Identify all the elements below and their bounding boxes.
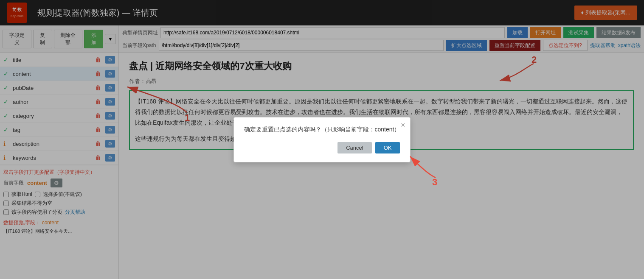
confirm-dialog: × 确定要重置已点选的内容吗？（只影响当前字段：content） Cancel …: [233, 117, 411, 162]
dialog-buttons: Cancel OK: [244, 142, 400, 153]
dialog-cancel-button[interactable]: Cancel: [337, 142, 371, 153]
annotation-3: 3: [402, 152, 444, 187]
dialog-message: 确定要重置已点选的内容吗？（只影响当前字段：content）: [244, 126, 400, 134]
dialog-ok-button[interactable]: OK: [375, 142, 400, 153]
dialog-close-button[interactable]: ×: [401, 121, 405, 130]
dialog-overlay: × 确定要重置已点选的内容吗？（只影响当前字段：content） Cancel …: [0, 0, 644, 279]
svg-text:3: 3: [432, 177, 437, 186]
